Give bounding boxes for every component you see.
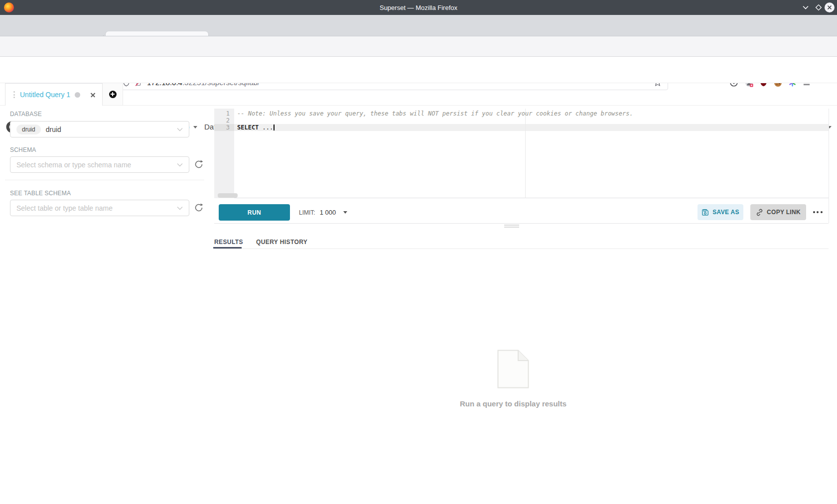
schema-select[interactable]: Select schema or type schema name (10, 156, 189, 173)
line-number: 2 (214, 117, 234, 124)
chevron-down-icon (193, 126, 197, 128)
window-close-button[interactable] (824, 0, 835, 15)
pane-drag-handle[interactable] (504, 225, 519, 229)
query-tab-active[interactable]: Untitled Query 1 (5, 83, 103, 106)
run-button[interactable]: RUN (219, 204, 290, 221)
save-as-button[interactable]: SAVE AS (698, 204, 743, 220)
tab-query-history[interactable]: QUERY HISTORY (256, 239, 307, 246)
browser-tabstrip: Apache Druid Superset (0, 15, 837, 36)
query-tabbar-border (0, 105, 837, 106)
more-options-button[interactable] (810, 204, 825, 220)
copy-link-button[interactable]: COPY LINK (750, 204, 806, 220)
query-tab-close-icon[interactable] (89, 91, 97, 99)
chevron-down-icon (177, 206, 183, 210)
chevron-down-icon (177, 127, 183, 131)
editor-code-line: SELECT ... (237, 124, 275, 131)
schema-label: SCHEMA (10, 146, 36, 153)
empty-document-icon (497, 350, 529, 388)
superset-navbar: Superset Dashboards Charts SQL Lab Data … (0, 57, 837, 83)
refresh-icon (194, 159, 204, 169)
window-minimize-button[interactable] (802, 0, 809, 15)
window-maximize-button[interactable] (815, 0, 823, 15)
refresh-table-button[interactable] (194, 203, 204, 213)
caret-down-icon (343, 211, 347, 214)
editor-print-margin (525, 109, 526, 198)
browser-toolbar: 172.18.0.4:32251/superset/sqllab/ UO (0, 36, 837, 57)
link-icon (756, 209, 763, 216)
editor-right-border (829, 109, 829, 223)
editor-active-line-highlight (234, 124, 829, 131)
ellipsis-icon (813, 211, 815, 213)
empty-state-text: Run a query to display results (214, 399, 812, 408)
editor-hscrollbar-thumb[interactable] (218, 193, 238, 198)
database-label: DATABASE (10, 111, 42, 118)
table-select[interactable]: Select table or type table name (10, 200, 189, 216)
window-titlebar: Superset — Mozilla Firefox (0, 0, 837, 15)
database-pill: druid (16, 125, 41, 134)
refresh-schema-button[interactable] (194, 159, 204, 169)
editor-comment-line: -- Note: Unless you save your query, the… (237, 110, 633, 117)
save-icon (701, 209, 709, 216)
tab-results[interactable]: RESULTS (214, 239, 243, 246)
line-number: 3 (214, 124, 234, 131)
window-title: Superset — Mozilla Firefox (0, 0, 837, 15)
close-icon (824, 2, 835, 13)
new-query-tab-button[interactable] (109, 91, 117, 98)
query-tab-label[interactable]: Untitled Query 1 (20, 91, 70, 99)
table-schema-label: SEE TABLE SCHEMA (10, 190, 71, 197)
sql-editor[interactable]: 1 2 3 -- Note: Unless you save your quer… (214, 109, 829, 198)
drag-dots-icon[interactable] (13, 91, 15, 98)
refresh-icon (194, 203, 204, 213)
line-number: 1 (214, 110, 234, 117)
results-tabbar-border (214, 249, 829, 249)
database-select[interactable]: druid druid (10, 121, 189, 137)
text-cursor (274, 125, 275, 130)
query-status-dot (75, 92, 80, 98)
chevron-down-icon (802, 4, 809, 10)
new-query-tab-section (103, 83, 123, 105)
chevron-down-icon (177, 163, 183, 167)
results-empty-state: Run a query to display results (214, 350, 812, 408)
toolbar-divider (214, 223, 829, 224)
sidebar-divider (5, 180, 204, 180)
diamond-icon (815, 3, 823, 11)
limit-dropdown[interactable]: LIMIT: 1 000 (299, 204, 347, 221)
